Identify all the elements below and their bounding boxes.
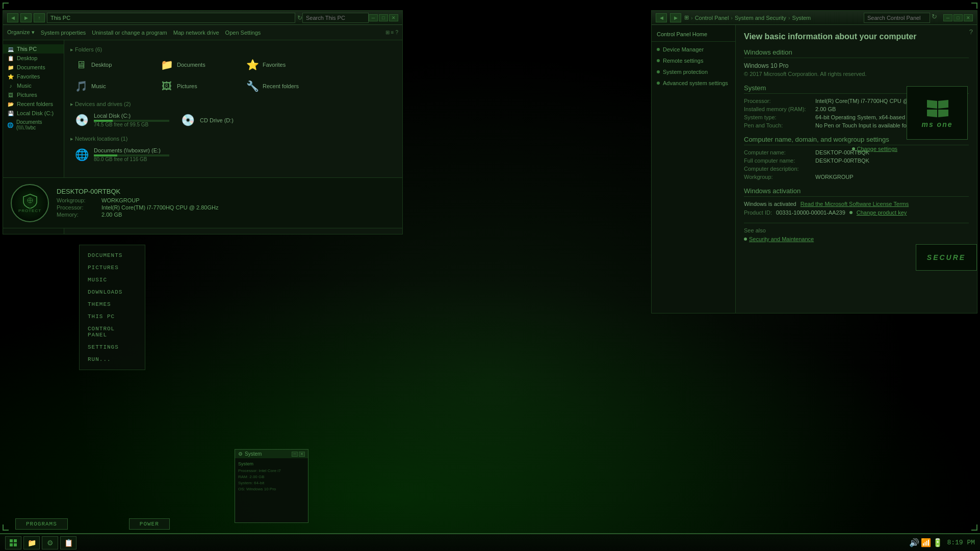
folder-item-desktop[interactable]: 🖥 Desktop (70, 56, 152, 73)
computer-description-row: Computer description: (744, 166, 969, 172)
cp-home-link[interactable]: Control Panel Home (652, 29, 735, 42)
sidebar-item-favorites[interactable]: ⭐ Favorites (3, 72, 64, 81)
taskbar-file-manager[interactable]: 📁 (23, 536, 40, 549)
drives-arrow[interactable]: ▸ (70, 101, 73, 107)
vmenu-control-panel[interactable]: Control Panel (80, 323, 145, 341)
vmenu-pictures[interactable]: Pictures (80, 261, 145, 274)
start-button[interactable] (5, 536, 21, 549)
network-arrow[interactable]: ▸ (70, 136, 73, 142)
search-input[interactable] (302, 13, 369, 23)
uninstall-button[interactable]: Uninstall or change a program (92, 30, 167, 36)
svg-marker-5 (927, 110, 937, 117)
folder-item-pictures[interactable]: 🖼 Pictures (156, 77, 238, 95)
vmenu-documents[interactable]: Documents (80, 249, 145, 261)
breadcrumb-home[interactable]: ⊞ (684, 14, 689, 21)
drive-item-c[interactable]: 💿 Local Disk (C:) 74.5 GB free of 99.5 G… (70, 111, 172, 129)
breadcrumb-control-panel[interactable]: Control Panel (695, 15, 729, 21)
taskbar-settings[interactable]: ⚙ (42, 536, 58, 549)
activation-section: Windows activation Windows is activated … (744, 187, 969, 216)
view-list-button[interactable]: ≡ (391, 30, 394, 35)
smw-min[interactable]: ─ (292, 452, 298, 457)
taskbar-browser[interactable]: 📋 (60, 536, 76, 549)
change-key-dot (849, 211, 853, 214)
address-bar[interactable] (47, 13, 295, 23)
network-drive-icon: 🌐 (73, 148, 90, 162)
memory-row: Memory: 2.00 GB (57, 212, 218, 218)
folder-item-music[interactable]: 🎵 Music (70, 77, 152, 95)
vmenu-this-pc[interactable]: This PC (80, 310, 145, 323)
tray-icon-2[interactable]: 📶 (921, 538, 931, 547)
network-section-header: ▸ Network locations (1) (70, 136, 396, 142)
up-button[interactable]: ↑ (34, 13, 45, 22)
map-network-button[interactable]: Map network drive (173, 30, 219, 36)
vmenu-run[interactable]: Run... (80, 353, 145, 365)
sidebar-item-music[interactable]: ♪ Music (3, 81, 64, 90)
cp-back-button[interactable]: ◀ (656, 13, 667, 22)
recent-folders-icon: 📂 (7, 101, 14, 107)
system-mini-icon: ⚙ (238, 451, 243, 457)
cp-maximize-button[interactable]: □ (953, 14, 963, 21)
breadcrumb-system[interactable]: System (792, 15, 811, 21)
license-terms-link[interactable]: Read the Microsoft Software License Term… (801, 201, 909, 207)
sidebar-item-local-disk[interactable]: 💾 Local Disk (C:) (3, 109, 64, 118)
vmenu-settings[interactable]: Settings (80, 341, 145, 353)
folder-item-documents[interactable]: 📁 Documents (156, 56, 238, 73)
tray-icon-1[interactable]: 🔊 (909, 538, 919, 547)
product-id-row: Product ID: 00331-10000-00001-AA239 Chan… (744, 209, 969, 216)
help-icon[interactable]: ? (969, 28, 973, 36)
organize-button[interactable]: Organize ▾ (7, 29, 35, 36)
taskbar-left: 📁 ⚙ 📋 (5, 536, 76, 549)
help-button[interactable]: ? (395, 30, 398, 35)
cp-system-protection[interactable]: System protection (652, 66, 735, 77)
network-drive-item-e[interactable]: 🌐 Documents (\\vboxsvr) (E:) 80.0 GB fre… (70, 145, 172, 164)
change-settings-link[interactable]: Change settings (857, 146, 898, 152)
folder-item-favorites[interactable]: ⭐ Favorites (242, 56, 323, 73)
system-mini-title: ⚙ System ─ ✕ (235, 450, 308, 458)
sidebar-item-pictures[interactable]: 🖼 Pictures (3, 90, 64, 99)
cp-device-manager[interactable]: Device Manager (652, 44, 735, 55)
remote-settings-dot (657, 59, 660, 62)
security-maintenance-link[interactable]: Security and Maintenance (749, 236, 814, 242)
programs-button[interactable]: PROGRAMS (15, 518, 68, 530)
folders-arrow[interactable]: ▸ (70, 46, 73, 53)
cp-search-input[interactable] (864, 13, 930, 23)
cp-forward-button[interactable]: ▶ (670, 13, 681, 22)
power-button[interactable]: POWER (129, 518, 170, 530)
refresh-icon[interactable]: ↻ (297, 14, 302, 21)
sidebar-item-desktop[interactable]: 📋 Desktop (3, 54, 64, 63)
cp-remote-settings[interactable]: Remote settings (652, 55, 735, 66)
svg-rect-9 (10, 543, 13, 546)
svg-marker-6 (938, 110, 948, 117)
open-settings-button[interactable]: Open Settings (225, 30, 261, 36)
cp-refresh-icon[interactable]: ↻ (932, 13, 937, 23)
vmenu-themes[interactable]: Themes (80, 298, 145, 310)
cp-close-button[interactable]: ✕ (964, 14, 973, 21)
folder-item-recent[interactable]: 🔧 Recent folders (242, 77, 323, 95)
minimize-button[interactable]: ─ (369, 14, 378, 21)
vmenu-downloads[interactable]: Downloads (80, 286, 145, 298)
view-icons-button[interactable]: ⊞ (385, 30, 390, 35)
forward-button[interactable]: ▶ (20, 13, 32, 22)
pictures-icon: 🖼 (7, 92, 14, 98)
back-button[interactable]: ◀ (7, 13, 18, 22)
drive-item-d[interactable]: 💿 CD Drive (D:) (176, 111, 278, 129)
system-properties-button[interactable]: System properties (41, 30, 86, 36)
sidebar-item-this-pc[interactable]: 💻 This PC (3, 44, 64, 54)
sidebar-item-recent-folders[interactable]: 📂 Recent folders (3, 99, 64, 109)
device-manager-label: Device Manager (663, 46, 704, 53)
smw-close[interactable]: ✕ (299, 452, 305, 457)
breadcrumb-system-security[interactable]: System and Security (735, 15, 786, 21)
tray-icon-3[interactable]: 🔋 (933, 538, 943, 547)
drive-c-icon: 💿 (73, 114, 90, 127)
cp-minimize-button[interactable]: ─ (943, 14, 952, 21)
vmenu-music[interactable]: Music (80, 274, 145, 286)
sidebar-item-network-drive[interactable]: 🌐 Documents (\\\\.\\vbc (3, 118, 64, 132)
folders-section-header: ▸ Folders (6) (70, 46, 396, 53)
maximize-button[interactable]: □ (379, 14, 388, 21)
cp-advanced-settings[interactable]: Advanced system settings (652, 77, 735, 89)
product-id-value: 00331-10000-00001-AA239 (776, 209, 845, 216)
taskbar: 📁 ⚙ 📋 🔊 📶 🔋 8:19 PM (0, 533, 980, 551)
change-product-key-link[interactable]: Change product key (857, 209, 907, 216)
sidebar-item-documents[interactable]: 📁 Documents (3, 63, 64, 72)
close-button[interactable]: ✕ (389, 14, 398, 21)
